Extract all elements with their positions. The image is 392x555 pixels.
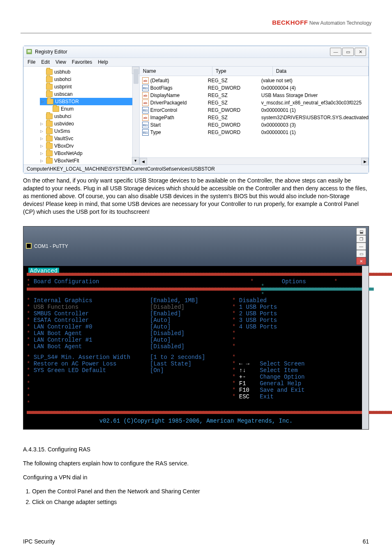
bios-setting-label[interactable]: ESATA Controller [34,317,89,324]
bios-setting-label[interactable]: LAN Controller #0 [34,324,92,330]
svg-rect-4 [27,244,31,248]
tree-scrollbar[interactable]: ▲ ▼ [132,67,139,164]
bios-setting-value[interactable]: [1 to 2 seconds] [150,354,205,361]
bios-minimize-button[interactable]: — [356,243,366,250]
expander-icon[interactable]: ▷ [40,137,44,141]
table-row[interactable]: 011TypeREG_DWORD0x00000001 (1) [140,129,369,136]
bios-setting-label[interactable]: LAN Boot Agent [34,330,82,337]
registry-tree[interactable]: ▲ ▼ usbhubusbohciusbprintusbscan▷USBSTOR… [23,67,140,164]
value-name: Type [150,130,161,135]
tree-item[interactable]: ▷VBoxNetAdp [40,150,139,157]
value-name: ImagePath [150,115,174,120]
bios-setting-label[interactable]: Restore on AC Power Loss [34,361,117,367]
bios-option[interactable]: 3 USB Ports [239,317,277,324]
col-data[interactable]: Data [273,67,369,76]
menu-view[interactable]: View [55,59,66,65]
bios-setting-label[interactable]: Internal Graphics [34,297,92,304]
expander-icon[interactable] [40,115,44,118]
bios-setting-value[interactable]: [Enabled] [150,310,181,317]
minimize-button[interactable]: — [330,48,341,56]
table-row[interactable]: 011BootFlagsREG_DWORD0x00000004 (4) [140,84,369,92]
bios-window-title: COM1 - PuTTY [34,243,68,249]
tree-item[interactable]: ▷VaultSvc [40,135,139,142]
expander-icon[interactable] [40,70,44,74]
table-row[interactable]: abImagePathREG_SZsystem32\DRIVERS\USBSTO… [140,114,369,121]
bios-sys-button[interactable]: ⬓ [356,228,366,235]
bios-setting-label[interactable]: SLP_S4# Min. Assertion Width [34,354,130,361]
scroll-thumb[interactable] [134,69,138,84]
bios-setting-label[interactable]: SMBUS Controller [34,310,89,317]
menu-favorites[interactable]: Favorites [72,59,92,65]
bios-setting-value[interactable]: [Auto] [150,317,171,324]
expander-icon[interactable]: ▷ [40,159,44,163]
bios-option[interactable]: 4 USB Ports [239,324,277,330]
tree-item[interactable]: usbprint [40,83,139,90]
tree-item[interactable]: ▷VBoxNetFlt [40,157,139,164]
bios-option[interactable]: 2 USB Ports [239,310,277,317]
table-row[interactable]: abDisplayNameREG_SZUSB Mass Storage Driv… [140,92,369,99]
bios-setting-value[interactable]: [On] [150,367,164,374]
bios-setting-label[interactable]: LAN Controller #1 [34,337,92,343]
col-type[interactable]: Type [212,67,273,76]
bios-setting-value[interactable]: [Auto] [150,324,171,330]
bios-setting-label[interactable]: SYS Green LED Default [34,367,106,374]
expander-icon[interactable] [40,92,44,96]
bios-setting-value[interactable]: [Last State] [150,361,191,367]
tree-item[interactable]: ▷VBoxDrv [40,142,139,150]
col-name[interactable]: Name [140,67,212,76]
menu-edit[interactable]: Edit [41,59,50,65]
bios-setting-value[interactable]: [Disabled] [150,343,184,350]
bios-setting-label[interactable]: LAN Boot Agent [34,343,82,350]
folder-icon [46,150,53,156]
expander-icon[interactable] [40,85,44,89]
list-item: Open the Control Panel and then the Netw… [32,488,369,495]
hscroll-left-icon[interactable]: ◀ [140,158,147,165]
tree-item[interactable]: usbscan [40,90,139,98]
expander-icon[interactable]: ▷ [40,130,44,133]
expander-icon[interactable]: ▷ [40,144,44,148]
page-header: BECKHOFF New Automation Technology [21,16,371,33]
bios-option[interactable]: Disabled [239,297,267,304]
expander-icon[interactable]: ▷ [40,122,44,126]
tree-item[interactable]: usbohci [40,76,139,83]
bios-maximize-button[interactable]: ▭ [356,250,366,257]
expander-icon[interactable] [46,107,50,111]
bios-titlebar[interactable]: COM1 - PuTTY ⬓ ❐ — ▭ ✕ [23,227,369,266]
scroll-down-icon[interactable]: ▼ [132,157,139,164]
menu-file[interactable]: File [28,59,35,65]
tree-item[interactable]: usbuhci [40,113,139,120]
value-name: (Default) [150,78,169,83]
list-header[interactable]: Name Type Data [140,67,369,76]
bios-setting-label[interactable]: USB Functions [34,304,78,310]
bios-setting-value[interactable]: [Auto] [150,337,171,343]
table-row[interactable]: 011StartREG_DWORD0x00000003 (3) [140,121,369,129]
bios-setting-value[interactable]: [Enabled, 1MB] [150,297,198,304]
tree-item[interactable]: Enum [46,105,139,113]
folder-icon [46,84,53,90]
expander-icon[interactable] [40,78,44,81]
bios-help-key: ↑↓ [239,367,256,374]
bios-setting-value[interactable]: [Disabled] [150,330,184,337]
expander-icon[interactable]: ▷ [41,100,44,104]
table-row[interactable]: 011ErrorControlREG_DWORD0x00000001 (1) [140,106,369,114]
close-button[interactable]: ✕ [355,48,366,56]
bios-setting-value[interactable]: [Disabled] [150,304,184,310]
table-row[interactable]: abDriverPackageIdREG_SZv_mscdsc.inf_x86_… [140,99,369,106]
svg-rect-1 [28,50,31,51]
tree-item[interactable]: ▷UxSms [40,127,139,135]
bios-restore-button[interactable]: ❐ [356,235,366,243]
bios-option[interactable]: 1 USB Ports [239,304,277,310]
maximize-button[interactable]: ▭ [342,48,354,56]
menu-help[interactable]: Help [98,59,108,65]
tree-item[interactable]: usbhub [40,68,139,76]
bios-help-key: F1 [239,380,256,387]
window-titlebar[interactable]: Registry Editor — ▭ ✕ [23,46,369,58]
hscroll-right-icon[interactable]: ▶ [361,158,369,165]
tree-item[interactable]: ▷USBSTOR [40,98,139,105]
tree-item[interactable]: ▷usbvideo [40,120,139,127]
expander-icon[interactable]: ▷ [40,152,44,155]
list-hscrollbar[interactable]: ◀ ▶ [140,157,369,164]
bios-scrollbar[interactable] [362,266,369,429]
table-row[interactable]: ab(Default)REG_SZ(value not set) [140,77,369,84]
bios-close-button[interactable]: ✕ [356,257,366,265]
